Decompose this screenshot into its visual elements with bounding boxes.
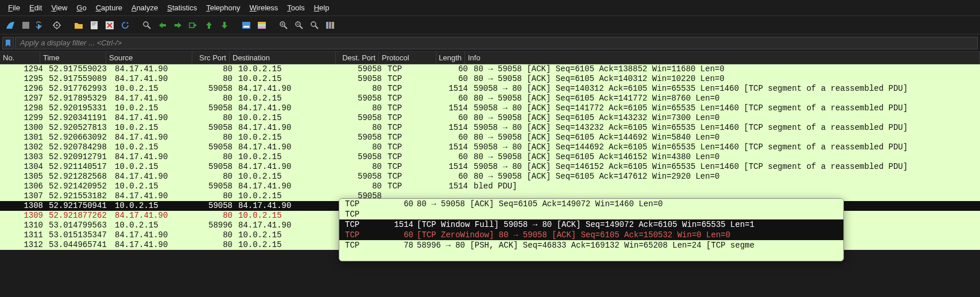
col-header-info[interactable]: Info	[465, 52, 980, 64]
menu-file[interactable]: File	[3, 1, 25, 14]
menu-capture[interactable]: Capture	[91, 1, 127, 14]
cell-destport: 59058	[342, 64, 385, 74]
cell-time: 52.921877262	[46, 211, 112, 221]
restart-button[interactable]	[34, 18, 48, 32]
filter-bar	[0, 34, 980, 52]
menu-statistics[interactable]: Statistics	[162, 1, 202, 14]
cell-no: 1302	[6, 142, 46, 152]
cell-srcport: 80	[198, 191, 235, 201]
col-header-no[interactable]: No.	[0, 52, 40, 64]
tooltip-row: TCP	[339, 209, 843, 219]
save-button[interactable]	[87, 18, 101, 32]
cell-length: 60	[442, 74, 471, 84]
col-header-dest[interactable]: Destination	[230, 52, 336, 64]
stop-button[interactable]	[19, 18, 33, 32]
cell-dest: 10.0.2.15	[235, 230, 342, 240]
col-header-length[interactable]: Length	[436, 52, 465, 64]
cell-time: 52.920784298	[46, 142, 112, 152]
packet-row[interactable]: 129952.92034119184.17.41.908010.0.2.1559…	[0, 113, 980, 123]
packet-row[interactable]: 130052.92052781310.0.2.155905884.17.41.9…	[0, 123, 980, 133]
packet-row[interactable]: 130652.92142095210.0.2.155905884.17.41.9…	[0, 182, 980, 191]
cell-info: 59058 → 80 [ACK] Seq=146152 Ack=6105 Win…	[471, 162, 980, 172]
packet-row[interactable]: 129452.91755902384.17.41.908010.0.2.1559…	[0, 64, 980, 74]
find-button[interactable]	[140, 18, 154, 32]
packet-row[interactable]: 130252.92078429810.0.2.155905884.17.41.9…	[0, 142, 980, 152]
forward-button[interactable]	[171, 18, 185, 32]
tooltip-row: TCP6080 → 59058 [ACK] Seq=6105 Ack=14907…	[339, 199, 843, 209]
resize-cols-button[interactable]	[323, 18, 337, 32]
packet-row[interactable]: 129852.92019533110.0.2.155905884.17.41.9…	[0, 103, 980, 113]
cell-source: 10.0.2.15	[112, 201, 198, 211]
col-header-destport[interactable]: Dest. Port	[336, 52, 379, 64]
packet-row[interactable]: 130152.92066309284.17.41.908010.0.2.1559…	[0, 133, 980, 142]
tooltip-length: 60	[385, 230, 417, 240]
cell-dest: 84.17.41.90	[235, 221, 342, 230]
last-button[interactable]	[218, 18, 231, 32]
cell-dest: 84.17.41.90	[235, 162, 342, 172]
packet-list[interactable]: 129452.91755902384.17.41.908010.0.2.1559…	[0, 64, 980, 250]
tooltip-info: [TCP Window Full] 59058 → 80 [ACK] Seq=1…	[417, 219, 843, 230]
open-button[interactable]	[72, 18, 86, 32]
cell-protocol: TCP	[385, 142, 442, 152]
cell-time: 52.921140517	[46, 162, 112, 172]
back-button[interactable]	[156, 18, 169, 32]
tree-connector	[0, 152, 6, 162]
restart-icon	[36, 20, 47, 30]
packet-row[interactable]: 129752.91789532984.17.41.908010.0.2.1559…	[0, 94, 980, 103]
zoom-in-button[interactable]	[277, 18, 290, 32]
zoom-out-button[interactable]	[292, 18, 306, 32]
menu-edit[interactable]: Edit	[25, 1, 47, 14]
first-button[interactable]	[202, 18, 216, 32]
cell-protocol: TCP	[385, 133, 442, 142]
col-header-srcport[interactable]: Src Port	[192, 52, 230, 64]
cell-srcport: 59058	[198, 123, 235, 133]
cell-srcport: 80	[198, 94, 235, 103]
shark-fin-button[interactable]	[3, 18, 17, 32]
filter-bookmark-button[interactable]	[2, 37, 14, 49]
cell-dest: 10.0.2.15	[235, 94, 342, 103]
tooltip-length: 60	[385, 199, 417, 209]
cell-srcport: 59058	[198, 103, 235, 113]
col-header-time[interactable]: Time	[40, 52, 106, 64]
cell-protocol: TCP	[385, 182, 442, 191]
menu-tools[interactable]: Tools	[282, 1, 309, 14]
tooltip-length: 78	[385, 240, 417, 250]
menu-view[interactable]: View	[47, 1, 72, 14]
autoscroll-button[interactable]	[239, 18, 253, 32]
tooltip-info: [TCP ZeroWindow] 80 → 59058 [ACK] Seq=61…	[417, 230, 843, 240]
close-button[interactable]	[103, 18, 117, 32]
menu-telephony[interactable]: Telephony	[202, 1, 245, 14]
packet-row[interactable]: 130552.92128256884.17.41.908010.0.2.1559…	[0, 172, 980, 182]
cell-time: 52.917559023	[46, 64, 112, 74]
col-header-source[interactable]: Source	[106, 52, 192, 64]
cell-length: 60	[442, 64, 471, 74]
tooltip-protocol: TCP	[339, 219, 385, 230]
cell-info: 59058 → 80 [ACK] Seq=144692 Ack=6105 Win…	[471, 142, 980, 152]
packet-row[interactable]: 130352.92091279184.17.41.908010.0.2.1559…	[0, 152, 980, 162]
options-button[interactable]	[50, 18, 64, 32]
cell-length: 1514	[442, 103, 471, 113]
colorize-button[interactable]	[255, 18, 269, 32]
menu-analyze[interactable]: Analyze	[127, 1, 162, 14]
tooltip-length: 1514	[385, 219, 417, 230]
display-filter-input[interactable]	[15, 37, 978, 49]
cell-destport: 59058	[342, 94, 385, 103]
open-icon	[74, 21, 83, 29]
cell-source: 10.0.2.15	[112, 123, 198, 133]
cell-dest: 10.0.2.15	[235, 191, 342, 201]
packet-row[interactable]: 130452.92114051710.0.2.155905884.17.41.9…	[0, 162, 980, 172]
packet-row[interactable]: 129652.91776299310.0.2.155905884.17.41.9…	[0, 84, 980, 94]
bookmark-icon	[5, 39, 11, 47]
zoom-reset-button[interactable]	[308, 18, 321, 32]
cell-srcport: 80	[198, 211, 235, 221]
menu-wireless[interactable]: Wireless	[245, 1, 283, 14]
reload-button[interactable]	[118, 18, 132, 32]
goto-button[interactable]	[187, 18, 200, 32]
cell-time: 52.921420952	[46, 182, 112, 191]
menu-go[interactable]: Go	[72, 1, 91, 14]
packet-row[interactable]: 129552.91755908984.17.41.908010.0.2.1559…	[0, 74, 980, 84]
col-header-protocol[interactable]: Protocol	[379, 52, 436, 64]
cell-dest: 10.0.2.15	[235, 74, 342, 84]
tree-connector	[0, 230, 6, 240]
menu-help[interactable]: Help	[309, 1, 334, 14]
